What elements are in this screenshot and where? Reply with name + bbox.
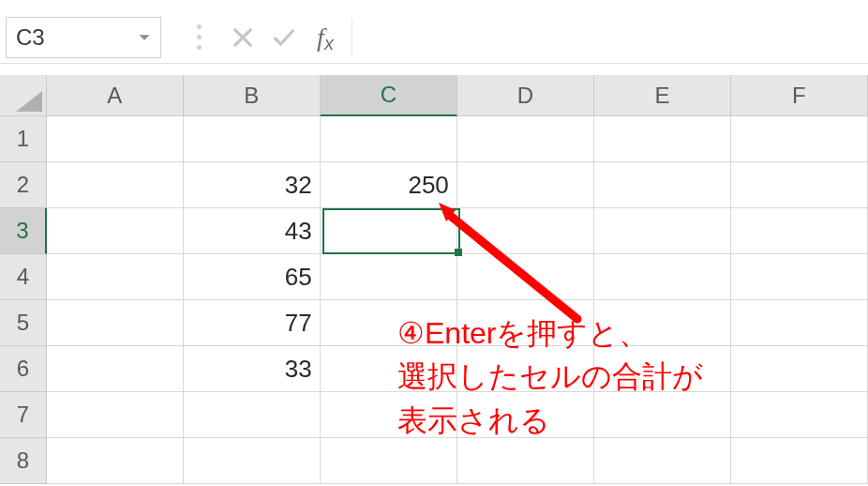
row-header-1[interactable]: 1 bbox=[0, 116, 47, 162]
row-header-4[interactable]: 4 bbox=[0, 254, 47, 300]
cell-B2[interactable]: 32 bbox=[184, 162, 321, 208]
row-header-8[interactable]: 8 bbox=[0, 438, 47, 484]
cell-C2[interactable]: 250 bbox=[321, 162, 457, 208]
cell-D8[interactable] bbox=[457, 438, 594, 484]
cell-F8[interactable] bbox=[731, 438, 868, 484]
table-row: 8 bbox=[0, 438, 868, 484]
cell-B7[interactable] bbox=[184, 392, 321, 438]
cell-C1[interactable] bbox=[321, 116, 457, 162]
cell-F5[interactable] bbox=[731, 300, 868, 346]
name-box[interactable]: C3 bbox=[6, 17, 161, 58]
formula-bar-divider bbox=[352, 19, 352, 56]
table-row: 3 43 bbox=[0, 208, 868, 254]
formula-bar-separator bbox=[197, 24, 202, 50]
cell-B6[interactable]: 33 bbox=[184, 346, 321, 392]
cell-A2[interactable] bbox=[47, 162, 184, 208]
table-row: 4 65 bbox=[0, 254, 868, 300]
cell-A6[interactable] bbox=[47, 346, 184, 392]
cell-E2[interactable] bbox=[594, 162, 731, 208]
col-header-A[interactable]: A bbox=[47, 75, 184, 116]
row-header-7[interactable]: 7 bbox=[0, 392, 47, 438]
row-header-2[interactable]: 2 bbox=[0, 162, 47, 208]
cell-C3[interactable] bbox=[321, 208, 457, 254]
name-box-value: C3 bbox=[16, 24, 45, 51]
cell-A3[interactable] bbox=[47, 208, 184, 254]
formula-input[interactable] bbox=[358, 17, 868, 58]
table-row: 1 bbox=[0, 116, 868, 162]
name-box-dropdown-icon[interactable] bbox=[136, 29, 153, 46]
cell-D3[interactable] bbox=[457, 208, 594, 254]
confirm-icon bbox=[263, 17, 305, 58]
fx-icon[interactable]: fx bbox=[305, 17, 346, 58]
cell-A7[interactable] bbox=[47, 392, 184, 438]
cell-A1[interactable] bbox=[47, 116, 184, 162]
cell-E1[interactable] bbox=[594, 116, 731, 162]
cell-B4[interactable]: 65 bbox=[184, 254, 321, 300]
col-header-D[interactable]: D bbox=[457, 75, 594, 116]
cell-E4[interactable] bbox=[594, 254, 731, 300]
cell-F7[interactable] bbox=[731, 392, 868, 438]
cell-D2[interactable] bbox=[457, 162, 594, 208]
cell-D4[interactable] bbox=[457, 254, 594, 300]
cell-B8[interactable] bbox=[184, 438, 321, 484]
cell-E3[interactable] bbox=[594, 208, 731, 254]
annotation-text: ④Enterを押すと、 選択したセルの合計が 表示される bbox=[397, 311, 703, 442]
col-header-E[interactable]: E bbox=[594, 75, 731, 116]
col-header-C[interactable]: C bbox=[321, 75, 457, 116]
table-row: 2 32 250 bbox=[0, 162, 868, 208]
cell-C8[interactable] bbox=[321, 438, 457, 484]
cell-F3[interactable] bbox=[731, 208, 868, 254]
select-all-corner[interactable] bbox=[0, 75, 47, 116]
cancel-icon bbox=[222, 17, 263, 58]
cell-C4[interactable] bbox=[321, 254, 457, 300]
cell-A4[interactable] bbox=[47, 254, 184, 300]
formula-bar: C3 fx bbox=[0, 11, 868, 64]
col-header-F[interactable]: F bbox=[731, 75, 868, 116]
cell-F6[interactable] bbox=[731, 346, 868, 392]
cell-B3[interactable]: 43 bbox=[184, 208, 321, 254]
column-header-row: A B C D E F bbox=[0, 75, 868, 116]
cell-A8[interactable] bbox=[47, 438, 184, 484]
cell-B1[interactable] bbox=[184, 116, 321, 162]
cell-F1[interactable] bbox=[731, 116, 868, 162]
row-header-3[interactable]: 3 bbox=[0, 208, 47, 254]
col-header-B[interactable]: B bbox=[184, 75, 321, 116]
cell-B5[interactable]: 77 bbox=[184, 300, 321, 346]
row-header-5[interactable]: 5 bbox=[0, 300, 47, 346]
row-header-6[interactable]: 6 bbox=[0, 346, 47, 392]
cell-F2[interactable] bbox=[731, 162, 868, 208]
cell-D1[interactable] bbox=[457, 116, 594, 162]
cell-F4[interactable] bbox=[731, 254, 868, 300]
cell-A5[interactable] bbox=[47, 300, 184, 346]
cell-E8[interactable] bbox=[594, 438, 731, 484]
